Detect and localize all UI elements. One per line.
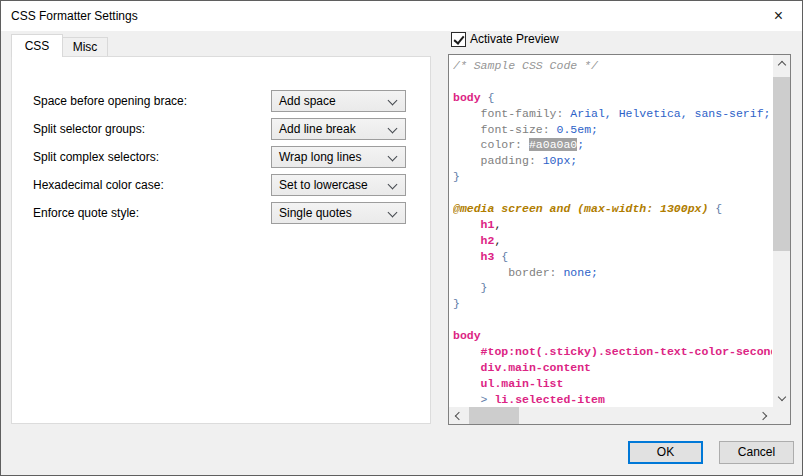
- scrollbar-corner: [773, 407, 790, 424]
- split-selector-groups-dropdown[interactable]: Add line break: [271, 118, 406, 140]
- activate-preview-checkbox[interactable]: [451, 32, 466, 47]
- chevron-down-icon: [388, 152, 398, 162]
- scroll-right-button[interactable]: [756, 407, 773, 424]
- setting-label: Enforce quote style:: [33, 206, 139, 220]
- window-title: CSS Formatter Settings: [11, 1, 138, 31]
- chevron-up-icon: [777, 61, 785, 69]
- chevron-down-icon: [388, 208, 398, 218]
- chevron-right-icon: [759, 411, 767, 419]
- setting-row-split-selector-groups: Split selector groups: Add line break: [12, 118, 430, 140]
- title-bar: CSS Formatter Settings ×: [1, 1, 802, 31]
- code-preview-content[interactable]: /* Sample CSS Code */body { font-family:…: [453, 58, 772, 406]
- ok-button[interactable]: OK: [628, 441, 703, 464]
- tab-misc[interactable]: Misc: [62, 37, 108, 57]
- close-button[interactable]: ×: [756, 2, 801, 30]
- setting-label: Hexadecimal color case:: [33, 178, 164, 192]
- chevron-down-icon: [388, 124, 398, 134]
- setting-row-space-before-brace: Space before opening brace: Add space: [12, 90, 430, 112]
- close-icon: ×: [774, 7, 783, 25]
- chevron-down-icon: [777, 393, 785, 401]
- tab-css[interactable]: CSS: [11, 34, 63, 57]
- scroll-up-button[interactable]: [773, 55, 790, 72]
- dropdown-value: Add line break: [279, 122, 356, 136]
- horizontal-scrollbar[interactable]: [449, 407, 773, 424]
- dropdown-value: Set to lowercase: [279, 178, 368, 192]
- dropdown-value: Wrap long lines: [279, 150, 362, 164]
- space-before-brace-dropdown[interactable]: Add space: [271, 90, 406, 112]
- setting-row-hex-color-case: Hexadecimal color case: Set to lowercase: [12, 174, 430, 196]
- dropdown-value: Add space: [279, 94, 336, 108]
- chevron-down-icon: [388, 96, 398, 106]
- dialog-css-formatter-settings: CSS Formatter Settings × CSS Misc Space …: [0, 0, 803, 476]
- activate-preview-label: Activate Preview: [470, 32, 559, 46]
- hex-color-case-dropdown[interactable]: Set to lowercase: [271, 174, 406, 196]
- tab-misc-label: Misc: [73, 40, 98, 54]
- cancel-button[interactable]: Cancel: [719, 441, 794, 464]
- check-icon: [453, 33, 464, 45]
- split-complex-selectors-dropdown[interactable]: Wrap long lines: [271, 146, 406, 168]
- setting-row-quote-style: Enforce quote style: Single quotes: [12, 202, 430, 224]
- vertical-scroll-thumb[interactable]: [773, 77, 790, 251]
- setting-label: Split selector groups:: [33, 122, 145, 136]
- scroll-left-button[interactable]: [449, 407, 466, 424]
- vertical-scrollbar[interactable]: [773, 55, 790, 407]
- setting-label: Space before opening brace:: [33, 94, 187, 108]
- code-preview-panel: /* Sample CSS Code */body { font-family:…: [448, 54, 791, 425]
- quote-style-dropdown[interactable]: Single quotes: [271, 202, 406, 224]
- setting-label: Split complex selectors:: [33, 150, 159, 164]
- chevron-down-icon: [388, 180, 398, 190]
- tab-css-label: CSS: [25, 39, 50, 53]
- scroll-down-button[interactable]: [773, 390, 790, 407]
- setting-row-split-complex-selectors: Split complex selectors: Wrap long lines: [12, 146, 430, 168]
- dropdown-value: Single quotes: [279, 206, 352, 220]
- horizontal-scroll-thumb[interactable]: [469, 407, 519, 424]
- chevron-left-icon: [455, 411, 463, 419]
- css-settings-panel: Space before opening brace: Add space Sp…: [11, 56, 431, 424]
